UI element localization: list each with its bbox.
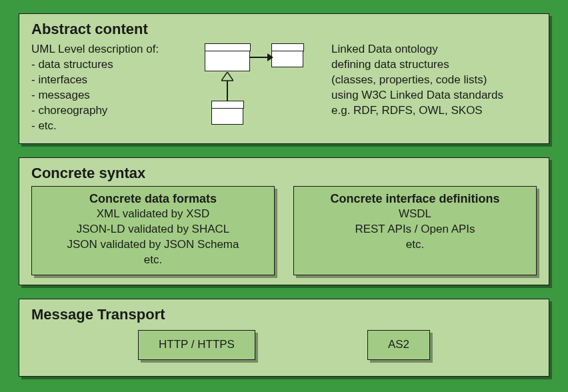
uml-arrow-right-icon bbox=[267, 53, 273, 61]
tier-concrete-syntax: Concrete syntax Concrete data formats XM… bbox=[19, 157, 549, 285]
uml-association-line bbox=[250, 57, 269, 58]
box-line: XML validated by XSD bbox=[45, 207, 261, 222]
uml-desc-item: - interfaces bbox=[31, 73, 185, 88]
transport-http-box: HTTP / HTTPS bbox=[138, 330, 255, 360]
tier-message-transport: Message Transport HTTP / HTTPS AS2 bbox=[19, 299, 549, 377]
uml-class-box bbox=[205, 43, 250, 71]
ld-line: Linked Data ontology bbox=[331, 42, 537, 57]
uml-generalization-line bbox=[227, 81, 228, 101]
tier3-subs: HTTP / HTTPS AS2 bbox=[31, 327, 537, 364]
tier1-title: Abstract content bbox=[31, 21, 537, 38]
ld-line: defining data structures bbox=[331, 57, 537, 73]
uml-generalization-arrow-icon bbox=[221, 72, 233, 81]
box-line: JSON-LD validated by SHACL bbox=[45, 222, 261, 237]
box-line: AS2 bbox=[388, 338, 409, 351]
tier2-title: Concrete syntax bbox=[31, 165, 537, 182]
uml-diagram-icon bbox=[191, 42, 325, 129]
uml-desc-item: - data structures bbox=[31, 57, 185, 73]
box-title: Concrete data formats bbox=[45, 191, 261, 207]
tier1-body: UML Level description of: - data structu… bbox=[31, 42, 537, 134]
box-line: HTTP / HTTPS bbox=[159, 338, 235, 351]
box-line: etc. bbox=[307, 237, 523, 253]
uml-desc-heading: UML Level description of: bbox=[31, 42, 185, 57]
uml-class-box bbox=[211, 101, 243, 125]
ld-line: (classes, properties, code lists) bbox=[331, 73, 537, 88]
uml-description-list: UML Level description of: - data structu… bbox=[31, 42, 185, 134]
box-line: REST APIs / Open APIs bbox=[307, 222, 523, 237]
box-line: etc. bbox=[45, 253, 261, 268]
linked-data-description: Linked Data ontology defining data struc… bbox=[331, 42, 537, 119]
uml-desc-item: - choreography bbox=[31, 103, 185, 119]
transport-as2-box: AS2 bbox=[367, 330, 430, 360]
ld-line: e.g. RDF, RDFS, OWL, SKOS bbox=[331, 103, 537, 119]
uml-desc-item: - messages bbox=[31, 88, 185, 103]
svg-marker-0 bbox=[221, 72, 233, 81]
tier3-title: Message Transport bbox=[31, 306, 537, 323]
box-title: Concrete interface definitions bbox=[307, 191, 523, 207]
ld-line: using W3C Linked Data standards bbox=[331, 88, 537, 103]
box-line: WSDL bbox=[307, 207, 523, 222]
uml-desc-item: - etc. bbox=[31, 119, 185, 134]
uml-class-box bbox=[271, 43, 303, 67]
box-line: JSON validated by JSON Schema bbox=[45, 237, 261, 253]
tier2-subs: Concrete data formats XML validated by X… bbox=[31, 186, 537, 275]
concrete-interface-definitions-box: Concrete interface definitions WSDL REST… bbox=[293, 186, 537, 275]
concrete-data-formats-box: Concrete data formats XML validated by X… bbox=[31, 186, 275, 275]
tier-abstract-content: Abstract content UML Level description o… bbox=[19, 13, 549, 144]
